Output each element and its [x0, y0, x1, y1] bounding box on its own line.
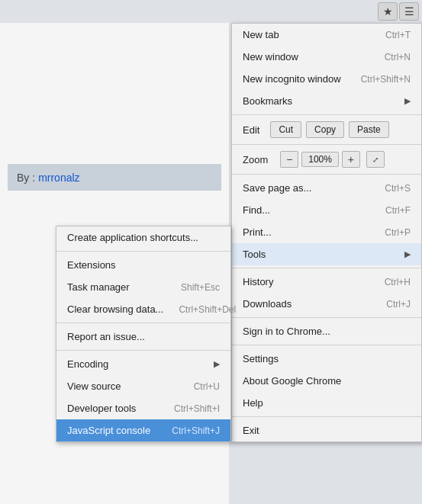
by-label: By :	[17, 172, 35, 184]
main-menu-divider-4	[232, 268, 421, 268]
tools-submenu: Create application shortcuts... Extensio…	[56, 226, 231, 442]
paste-button[interactable]: Paste	[349, 121, 389, 138]
menu-item-save-page-shortcut: Ctrl+S	[385, 183, 411, 194]
submenu-item-report-issue-label: Report an issue...	[67, 331, 145, 342]
menu-item-print-label: Print...	[243, 226, 272, 238]
edit-row: Edit Cut Copy Paste	[232, 117, 421, 142]
menu-item-find-shortcut: Ctrl+F	[385, 205, 411, 216]
menu-item-downloads-shortcut: Ctrl+J	[386, 299, 411, 310]
menu-item-history-shortcut: Ctrl+H	[385, 277, 411, 287]
submenu-item-task-manager[interactable]: Task manager Shift+Esc	[56, 276, 230, 298]
menu-item-bookmarks-arrow: ▶	[404, 96, 411, 106]
menu-icon[interactable]: ☰	[399, 2, 419, 21]
submenu-item-create-shortcuts[interactable]: Create application shortcuts...	[56, 226, 230, 249]
by-author-bar: By : mrronalz	[8, 164, 221, 191]
submenu-item-javascript-console[interactable]: JavaScript console Ctrl+Shift+J	[56, 419, 230, 441]
menu-item-help-label: Help	[243, 397, 263, 409]
fullscreen-button[interactable]: ⤢	[366, 151, 385, 168]
submenu-divider-1	[56, 251, 230, 252]
menu-item-save-page-label: Save page as...	[243, 182, 311, 194]
menu-item-exit[interactable]: Exit	[232, 419, 421, 441]
submenu-item-developer-tools-shortcut: Ctrl+Shift+I	[174, 403, 220, 414]
submenu-item-extensions[interactable]: Extensions	[56, 254, 230, 276]
submenu-item-view-source-label: View source	[67, 380, 121, 392]
menu-item-help[interactable]: Help	[232, 392, 421, 414]
menu-item-new-incognito-label: New incognito window	[243, 73, 341, 85]
author-name: mrronalz	[38, 172, 79, 184]
menu-item-downloads[interactable]: Downloads Ctrl+J	[232, 293, 421, 315]
submenu-item-task-manager-label: Task manager	[67, 281, 130, 293]
copy-button[interactable]: Copy	[306, 121, 344, 138]
menu-item-find[interactable]: Find... Ctrl+F	[232, 199, 421, 221]
menu-item-bookmarks[interactable]: Bookmarks ▶	[232, 90, 421, 112]
menu-item-print[interactable]: Print... Ctrl+P	[232, 221, 421, 243]
browser-toolbar: ★ ☰	[376, 0, 422, 23]
submenu-item-developer-tools-label: Developer tools	[67, 403, 136, 414]
main-menu-divider-7	[232, 416, 421, 417]
menu-item-signin[interactable]: Sign in to Chrome...	[232, 320, 421, 342]
menu-item-history[interactable]: History Ctrl+H	[232, 271, 421, 293]
submenu-item-javascript-console-label: JavaScript console	[67, 425, 150, 436]
menu-item-find-label: Find...	[243, 204, 270, 216]
menu-item-tools-arrow: ▶	[404, 249, 411, 259]
zoom-label: Zoom	[243, 154, 268, 165]
zoom-plus-button[interactable]: +	[342, 151, 360, 168]
menu-item-settings[interactable]: Settings	[232, 348, 421, 370]
submenu-item-encoding-label: Encoding	[67, 358, 108, 370]
menu-item-about[interactable]: About Google Chrome	[232, 370, 421, 392]
submenu-item-developer-tools[interactable]: Developer tools Ctrl+Shift+I	[56, 397, 230, 419]
main-menu-divider-5	[232, 317, 421, 318]
submenu-item-view-source[interactable]: View source Ctrl+U	[56, 375, 230, 397]
menu-item-save-page[interactable]: Save page as... Ctrl+S	[232, 177, 421, 199]
submenu-divider-3	[56, 350, 230, 351]
submenu-item-report-issue[interactable]: Report an issue...	[56, 326, 230, 348]
submenu-item-clear-browsing-label: Clear browsing data...	[67, 303, 163, 315]
submenu-item-encoding[interactable]: Encoding ▶	[56, 353, 230, 375]
zoom-value-display: 100%	[301, 152, 339, 167]
bookmark-icon[interactable]: ★	[378, 2, 398, 21]
submenu-item-extensions-label: Extensions	[67, 259, 116, 271]
main-menu: New tab Ctrl+T New window Ctrl+N New inc…	[231, 23, 422, 442]
menu-item-new-window-label: New window	[243, 51, 298, 63]
menu-item-tools-label: Tools	[243, 249, 266, 260]
main-menu-divider-6	[232, 345, 421, 345]
menu-item-exit-label: Exit	[243, 425, 259, 436]
browser-background: ★ ☰ By : mrronalz Create application sho…	[0, 0, 422, 504]
submenu-item-clear-browsing[interactable]: Clear browsing data... Ctrl+Shift+Del	[56, 298, 230, 320]
menu-item-tools[interactable]: Tools ▶	[232, 243, 421, 265]
menu-item-new-tab-label: New tab	[243, 29, 279, 40]
main-menu-divider-2	[232, 144, 421, 145]
submenu-item-javascript-console-shortcut: Ctrl+Shift+J	[172, 425, 220, 436]
menu-item-signin-label: Sign in to Chrome...	[243, 326, 330, 337]
main-menu-divider-1	[232, 114, 421, 115]
zoom-minus-button[interactable]: −	[280, 151, 298, 168]
edit-label: Edit	[243, 124, 259, 136]
menu-item-print-shortcut: Ctrl+P	[385, 227, 411, 238]
menu-item-new-tab-shortcut: Ctrl+T	[385, 30, 411, 40]
menu-item-new-tab[interactable]: New tab Ctrl+T	[232, 24, 421, 46]
menu-item-about-label: About Google Chrome	[243, 375, 341, 387]
zoom-row: Zoom − 100% + ⤢	[232, 147, 421, 172]
cut-button[interactable]: Cut	[270, 121, 301, 138]
menu-item-bookmarks-label: Bookmarks	[243, 95, 292, 107]
menu-item-new-incognito[interactable]: New incognito window Ctrl+Shift+N	[232, 68, 421, 90]
main-menu-divider-3	[232, 174, 421, 175]
submenu-item-clear-browsing-shortcut: Ctrl+Shift+Del	[179, 304, 236, 315]
menu-item-history-label: History	[243, 276, 273, 287]
menu-item-new-incognito-shortcut: Ctrl+Shift+N	[361, 74, 411, 85]
submenu-item-create-shortcuts-label: Create application shortcuts...	[67, 232, 198, 243]
submenu-divider-2	[56, 323, 230, 323]
submenu-item-view-source-shortcut: Ctrl+U	[194, 381, 220, 392]
menu-item-new-window[interactable]: New window Ctrl+N	[232, 46, 421, 68]
submenu-item-task-manager-shortcut: Shift+Esc	[181, 282, 220, 293]
submenu-item-encoding-arrow: ▶	[214, 359, 220, 369]
menu-item-downloads-label: Downloads	[243, 298, 292, 310]
menu-item-settings-label: Settings	[243, 353, 279, 364]
menu-item-new-window-shortcut: Ctrl+N	[385, 52, 411, 63]
